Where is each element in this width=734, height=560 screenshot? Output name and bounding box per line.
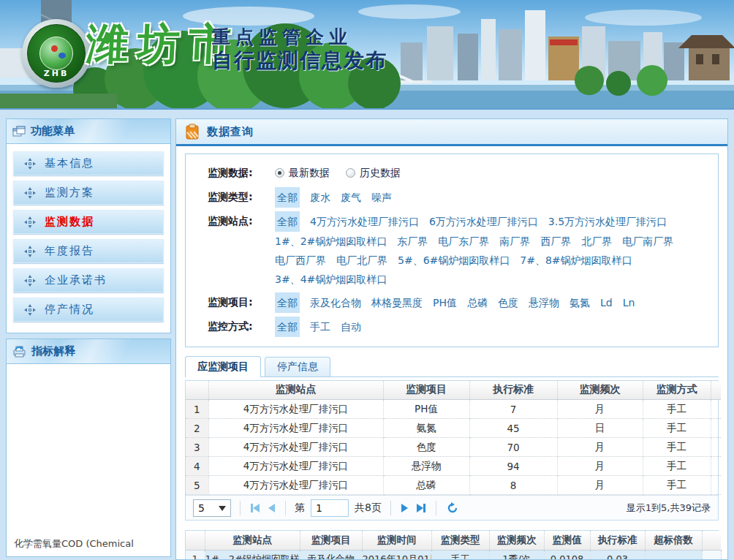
table-row: 34万方污水处理厂排污口色度70月手工	[186, 438, 721, 457]
latest-results-table: 监测站点监测项目监测时间监测类型监测频次监测值执行标准超标倍数11#、2#锅炉烟…	[186, 531, 722, 560]
filter-option[interactable]: 电厂南厂界	[622, 232, 673, 251]
filter-option[interactable]: 6万方污水处理厂排污口	[429, 212, 538, 231]
filter-rows: 监测类型:全部废水废气噪声监测站点:全部4万方污水处理厂排污口6万方污水处理厂排…	[208, 187, 711, 337]
table-cell: 氨氮	[383, 419, 469, 438]
filter-option[interactable]: 汞及化合物	[310, 293, 361, 312]
table-cell: 手工	[643, 457, 711, 476]
filter-option[interactable]: 总磷	[467, 293, 488, 312]
prev-page-button[interactable]	[267, 502, 276, 514]
page-total-label: 共8页	[355, 502, 382, 515]
main-content: 数据查询 监测数据: 最新数据历史数据 监测类型:全部废水废气噪声监测站点:全部…	[175, 118, 728, 560]
filter-option[interactable]: Ln	[623, 293, 635, 312]
column-header: 监测时间	[362, 531, 431, 550]
compass-move-icon	[24, 216, 36, 228]
clipboard-icon	[185, 124, 200, 140]
table-cell: PH值	[383, 400, 469, 419]
page-number-input[interactable]	[311, 499, 349, 517]
sidebar-menu-item-label: 停产情况	[45, 303, 94, 317]
page-title: 数据查询	[207, 125, 254, 139]
first-page-button[interactable]	[249, 502, 261, 514]
required-items-grid: 监测站点监测项目执行标准监测频次监测方式14万方污水处理厂排污口PH值7月手工2…	[185, 380, 719, 521]
pager-separator	[436, 501, 436, 515]
sidebar-menu-item-2[interactable]: 监测方案	[13, 181, 164, 205]
last-page-button[interactable]	[415, 502, 427, 514]
prev-page-icon	[268, 504, 275, 512]
radio-icon[interactable]	[346, 168, 355, 178]
filter-option[interactable]: 1#、2#锅炉烟囱取样口	[275, 232, 387, 251]
table-cell: 4万方污水处理厂排污口	[208, 438, 383, 457]
filter-option[interactable]: 全部	[275, 187, 300, 208]
filter-option[interactable]: 3.5万方污水处理厂排污口	[548, 212, 667, 231]
row-index-cell: 3	[186, 438, 208, 457]
filter-options-station: 全部4万方污水处理厂排污口6万方污水处理厂排污口3.5万方污水处理厂排污口1#、…	[275, 211, 711, 289]
table-cell: --	[645, 550, 702, 560]
radio-option-selected[interactable]: 最新数据	[275, 163, 330, 182]
site-subtitle-line1: 重点监管企业	[212, 25, 352, 49]
table-cell: 月	[557, 457, 643, 476]
filter-option[interactable]: 手工	[310, 317, 330, 336]
sidebar-menu-item-label: 监测数据	[45, 215, 94, 229]
function-menu-title: 功能菜单	[31, 124, 75, 138]
filter-option[interactable]: 色度	[498, 293, 518, 312]
function-menu-list: 基本信息监测方案监测数据年度报告企业承诺书停产情况	[7, 144, 170, 333]
column-header: 监测项目	[383, 381, 469, 400]
radio-icon[interactable]	[275, 168, 284, 178]
indicator-body: 化学需氧量COD (Chemical	[7, 364, 170, 556]
printer-icon	[12, 345, 26, 357]
filter-option[interactable]: 北厂界	[581, 232, 612, 251]
filter-option[interactable]: 林格曼黑度	[371, 293, 423, 312]
sidebar-menu-item-6[interactable]: 停产情况	[13, 298, 164, 322]
filter-row-method: 监控方式:全部手工自动	[208, 317, 711, 337]
filter-option[interactable]: 4万方污水处理厂排污口	[310, 212, 419, 231]
filter-option[interactable]: 3#、4#锅炉烟囱取样口	[275, 270, 387, 289]
refresh-button[interactable]	[445, 501, 460, 515]
filter-option[interactable]: 废水	[310, 188, 330, 207]
table-row: 44万方污水处理厂排污口悬浮物94月手工	[186, 457, 721, 476]
filter-options-method: 全部手工自动	[275, 317, 711, 337]
tab-required-items[interactable]: 应监测项目	[185, 356, 261, 377]
function-menu-header: 功能菜单	[7, 119, 170, 144]
filter-option[interactable]: 氨氮	[570, 293, 590, 312]
sidebar-menu-item-5[interactable]: 企业承诺书	[13, 268, 164, 292]
filter-option[interactable]: 废气	[341, 188, 361, 207]
filter-option[interactable]: PH值	[433, 293, 457, 312]
filter-option[interactable]: Ld	[600, 293, 613, 312]
filter-option[interactable]: 噪声	[371, 188, 392, 207]
sidebar-menu-item-4[interactable]: 年度报告	[13, 239, 164, 263]
latest-results-grid: 监测站点监测项目监测时间监测类型监测频次监测值执行标准超标倍数11#、2#锅炉烟…	[185, 530, 719, 560]
next-page-button[interactable]	[400, 502, 409, 514]
filter-option[interactable]: 自动	[341, 317, 361, 336]
indicator-title: 指标解释	[31, 344, 75, 358]
filter-option[interactable]: 电厂西厂界	[275, 251, 326, 270]
sidebar-menu-item-label: 基本信息	[45, 156, 94, 170]
filter-option[interactable]: 全部	[275, 317, 300, 337]
filter-option[interactable]: 7#、8#锅炉烟囱取样口	[520, 251, 632, 270]
filter-option[interactable]: 全部	[275, 292, 300, 313]
sidebar-menu-item-3[interactable]: 监测数据	[13, 210, 164, 234]
filter-option[interactable]: 电厂东厂界	[438, 232, 489, 251]
pager-separator	[240, 501, 241, 515]
filter-option[interactable]: 悬浮物	[529, 293, 559, 312]
filter-option[interactable]: 南厂界	[499, 232, 530, 251]
table-cell: 手工	[643, 476, 711, 495]
column-header: 监测频次	[557, 381, 643, 400]
tab-shutdown-info[interactable]: 停产信息	[265, 357, 330, 377]
page-header: 数据查询	[176, 119, 727, 146]
sidebar-menu-item-1[interactable]: 基本信息	[13, 151, 164, 175]
filter-option[interactable]: 东厂界	[397, 232, 428, 251]
table-cell: 悬浮物	[383, 457, 469, 476]
windows-icon	[12, 126, 26, 137]
zhb-logo-globe	[39, 37, 73, 70]
filter-option[interactable]: 电厂北厂界	[336, 251, 387, 270]
filter-option[interactable]: 全部	[275, 211, 300, 232]
row-index-cell: 1	[186, 550, 205, 560]
radio-option-unselected[interactable]: 历史数据	[346, 163, 401, 182]
filter-option[interactable]: 西厂界	[540, 232, 571, 251]
next-page-icon	[401, 504, 408, 512]
filter-option[interactable]: 5#、6#锅炉烟囱取样口	[398, 251, 510, 270]
filter-label-item: 监测项目:	[208, 292, 275, 313]
page-size-select[interactable]: 5	[193, 499, 231, 517]
sidebar: 功能菜单 基本信息监测方案监测数据年度报告企业承诺书停产情况 指标解释 化学需氧…	[6, 118, 171, 560]
column-header: 监测项目	[300, 531, 362, 550]
compass-move-icon	[24, 187, 36, 199]
